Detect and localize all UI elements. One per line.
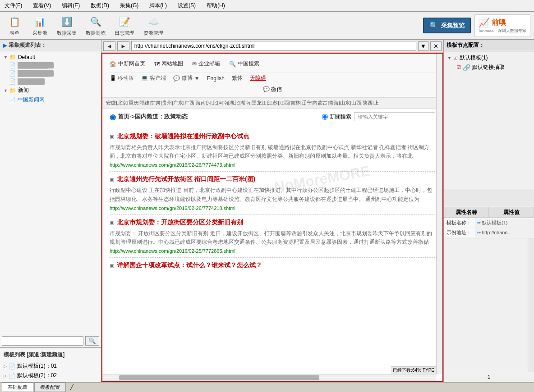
nav-home[interactable]: 🏠 中新网首页 — [110, 60, 145, 68]
tree-item-blurred2[interactable]: 📄 ████████ — [7, 69, 99, 77]
menu-edit[interactable]: 编辑(E) — [60, 1, 82, 10]
client-icon: 💻 — [141, 75, 148, 81]
right-panel-spacer — [444, 189, 534, 207]
right-tree: ▼ ☑ 默认模板(1) ☑ 🔗 默认链接抽取 — [444, 51, 534, 189]
search-button[interactable]: 🔍 — [85, 336, 99, 346]
menu-view[interactable]: 查看(V) — [31, 1, 53, 10]
news-url-3[interactable]: http://www.chinanews.com/gn/2016/02-25/7… — [110, 248, 435, 254]
page-icon: 📄 — [9, 78, 16, 85]
tree-item-news-folder[interactable]: ▼ 📁 新闻 — [2, 86, 99, 95]
logo-area: 📈 前嗅 forenoce · 深圳大数据专家 — [474, 14, 530, 37]
template-section-title: 模板列表 [频道:新建频道] — [2, 350, 99, 360]
subnav-weibo[interactable]: 💬 微博 ▼ — [173, 74, 200, 82]
toolbar: 📋 表单 📊 采集源 ⬇️ 数据采集 🔍 数据浏览 📝 日志管理 ☁️ 资源管理… — [0, 12, 534, 40]
preview-label: 采集预览 — [441, 22, 465, 30]
nav-email[interactable]: ✉ 企业邮箱 — [192, 60, 220, 68]
weixin-icon: 💬 — [263, 86, 270, 92]
toolbar-source-btn[interactable]: 📊 采集源 — [29, 13, 51, 38]
article-icon-1: ▣ — [110, 134, 114, 140]
right-tree-link-extract[interactable]: ☑ 🔗 默认链接抽取 — [446, 63, 532, 72]
checkbox-icon[interactable]: ☑ — [453, 55, 458, 61]
menu-help[interactable]: 帮助(H) — [205, 1, 227, 10]
article-icon-2: ▣ — [110, 177, 114, 182]
log-icon: 📝 — [117, 14, 132, 29]
close-tab-button[interactable]: ✕ — [430, 41, 442, 51]
news-link-4[interactable]: 详解国企十项改革试点：试什么？谁来试？怎么试？ — [117, 261, 262, 269]
url-dropdown-button[interactable]: ▼ — [418, 41, 428, 51]
subnav-trad[interactable]: 繁体 — [232, 74, 243, 82]
source-icon: 📊 — [32, 14, 47, 29]
link-checkbox-icon[interactable]: ☑ — [456, 64, 461, 70]
vertical-scrollbar[interactable] — [436, 54, 442, 374]
search-input2[interactable] — [354, 112, 435, 121]
browser-inner: 🏠 中新网首页 🗺 网站地图 ✉ 企业邮箱 🔍 — [102, 54, 442, 381]
template-expand-icon[interactable]: ▷ — [4, 364, 7, 369]
props-value-name: ✏ 默认模板(1) — [475, 218, 534, 228]
expand-icon-news[interactable]: ▼ — [4, 88, 8, 93]
news-link-1[interactable]: 北京规划委：破墙通路拟在通州行政副中心试点 — [117, 132, 249, 141]
channel-search: 新聞搜索 — [322, 112, 435, 121]
props-header: 属性名称 属性值 — [444, 207, 534, 218]
tree-item-chinanews[interactable]: 📄 中国新闻网 — [7, 95, 99, 105]
center-area: ◄ ► ▼ ✕ 🏠 中新网首页 🗺 — [101, 40, 444, 382]
browser-toolbar: ◄ ► ▼ ✕ — [101, 40, 443, 53]
tab-template-config[interactable]: 模板配置 — [34, 383, 66, 392]
toolbar-form-btn[interactable]: 📋 表单 — [4, 13, 25, 38]
menu-data[interactable]: 数据(D) — [89, 1, 111, 10]
subnav-nobarrier[interactable]: 无障碍 — [250, 74, 266, 82]
template-icon-1: 📄 — [9, 363, 15, 369]
left-sidebar: ▶ 采集频道列表： ▼ 📁 Default 📄 ████████ 📄 █████… — [0, 40, 101, 382]
forward-button[interactable]: ► — [117, 41, 129, 51]
news-item-2: ▣ 北京通州先行先试开放街区 衔口间距一二百米(图) 行政副中心建设 正在加快推… — [110, 172, 435, 214]
news-link-3[interactable]: 北京市规划委：开放街区要分区分类新旧有别 — [117, 219, 243, 227]
subnav-client[interactable]: 💻 客户端 — [141, 74, 166, 82]
article-icon-4: ▣ — [110, 263, 114, 269]
menu-file[interactable]: 文件(F) — [3, 1, 24, 10]
edit-icon-name[interactable]: ✏ — [477, 220, 481, 225]
horizontal-scrollbar[interactable] — [102, 374, 436, 381]
weibo-dropdown-icon: ▼ — [194, 75, 200, 82]
weixin-area[interactable]: 💬 微信 — [110, 86, 435, 93]
toolbar-resource-btn[interactable]: ☁️ 资源管理 — [141, 13, 166, 38]
sidebar-title: ▶ 采集频道列表： — [0, 40, 101, 51]
toolbar-log-btn[interactable]: 📝 日志管理 — [112, 13, 137, 38]
toolbar-collect-btn[interactable]: ⬇️ 数据采集 — [54, 13, 79, 38]
right-tree-template[interactable]: ▼ ☑ 默认模板(1) — [446, 53, 532, 63]
right-bottom-num: 1 — [444, 372, 534, 382]
news-url-2[interactable]: http://www.chinanews.com/gn/2016/02-26/7… — [110, 205, 435, 211]
template-expand-icon-2[interactable]: ▷ — [4, 374, 7, 378]
tree-item-blurred1[interactable]: 📄 ████████ — [7, 61, 99, 69]
browse-icon: 🔍 — [88, 14, 103, 29]
news-summary-3: 市规划委： 开放街区要分区分类新旧有别 近日，建设开放街区、打开围墙等话题引发众… — [110, 229, 435, 246]
right-tree-expand[interactable]: ▼ — [447, 56, 451, 60]
tree-item-default[interactable]: ▼ 📁 Default — [2, 53, 99, 61]
nav-search[interactable]: 🔍 中国搜索 — [229, 60, 259, 68]
menu-collect[interactable]: 采集(G) — [118, 1, 140, 10]
news-url-1[interactable]: http://www.chinanews.com/gn/2016/02-26/7… — [110, 162, 435, 168]
resource-label: 资源管理 — [143, 30, 163, 36]
logo-text: 前嗅 — [492, 18, 506, 27]
right-vscrollbar[interactable] — [528, 238, 534, 372]
search-radio-input[interactable] — [322, 114, 328, 120]
nav-sitemap[interactable]: 🗺 网站地图 — [154, 60, 183, 68]
tab-basic-config[interactable]: 基础配置 — [2, 383, 33, 392]
template-item-1[interactable]: ▷ 📄 默认模板(1)：01 — [2, 361, 99, 371]
subnav-english[interactable]: English — [207, 75, 225, 82]
news-link-2[interactable]: 北京通州先行先试开放街区 衔口间距一二百米(图) — [117, 175, 255, 183]
preview-button[interactable]: 🔍 采集预览 — [423, 18, 471, 33]
subnav-mobile[interactable]: 📱 移动版 — [110, 74, 134, 82]
search-input[interactable] — [2, 336, 83, 346]
back-button[interactable]: ◄ — [103, 41, 115, 51]
right-panel-scroll-area — [444, 238, 534, 372]
menu-script[interactable]: 脚本(L) — [147, 1, 169, 10]
province-bar: 安徽|北京|重庆|福建|甘肃|贵州|广东|广西|海南|河北|河南|湖北|湖南|黑… — [102, 97, 442, 109]
expand-icon[interactable]: ▼ — [4, 55, 8, 59]
url-bar[interactable] — [131, 41, 416, 51]
blurred-label-2: ████████ — [18, 70, 54, 77]
edit-icon-url[interactable]: ✏ — [477, 230, 481, 235]
right-panel: 模板节点配置： ▼ ☑ 默认模板(1) ☑ 🔗 默认链接抽取 属性名称 属性值 — [444, 40, 534, 382]
tree-item-blurred3[interactable]: 📄 ██████ — [7, 77, 99, 86]
menu-settings[interactable]: 设置(S) — [176, 1, 198, 10]
template-item-2[interactable]: ▷ 📄 默认模板(2)：02 — [2, 371, 99, 380]
toolbar-browse-btn[interactable]: 🔍 数据浏览 — [83, 13, 108, 38]
